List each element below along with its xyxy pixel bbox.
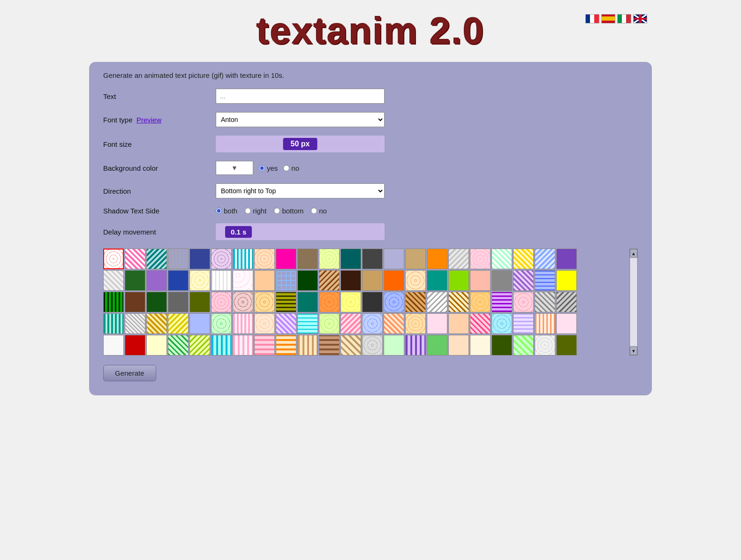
texture-cell[interactable] [535, 249, 555, 269]
texture-cell[interactable] [276, 335, 296, 356]
texture-cell[interactable] [189, 270, 210, 291]
texture-cell[interactable] [427, 292, 447, 312]
flag-italian[interactable] [617, 14, 631, 23]
texture-cell[interactable] [103, 292, 124, 312]
texture-cell[interactable] [146, 313, 167, 334]
texture-cell[interactable] [125, 335, 145, 356]
texture-cell[interactable] [211, 249, 232, 269]
texture-cell[interactable] [276, 292, 296, 312]
texture-cell[interactable] [405, 313, 426, 334]
texture-cell[interactable] [189, 335, 210, 356]
texture-cell[interactable] [254, 292, 275, 312]
texture-cell[interactable] [448, 335, 469, 356]
texture-cell[interactable] [491, 249, 512, 269]
shadow-both-label[interactable]: both [216, 207, 237, 215]
texture-cell[interactable] [189, 313, 210, 334]
texture-cell[interactable] [125, 249, 145, 269]
flag-spanish[interactable] [601, 14, 615, 23]
texture-cell[interactable] [276, 270, 296, 291]
texture-cell[interactable] [491, 270, 512, 291]
texture-cell[interactable] [556, 292, 577, 312]
texture-cell[interactable] [405, 249, 426, 269]
shadow-bottom-radio[interactable] [274, 208, 280, 214]
texture-cell[interactable] [384, 313, 404, 334]
texture-cell[interactable] [254, 335, 275, 356]
color-picker-button[interactable]: ▼ [216, 161, 253, 175]
texture-cell[interactable] [513, 292, 534, 312]
texture-cell[interactable] [297, 313, 318, 334]
texture-cell[interactable] [297, 270, 318, 291]
delay-slider[interactable]: 0.1 s [216, 223, 385, 240]
texture-cell[interactable] [448, 249, 469, 269]
texture-cell[interactable] [384, 292, 404, 312]
texture-cell[interactable] [513, 270, 534, 291]
shadow-both-radio[interactable] [216, 208, 222, 214]
shadow-bottom-label[interactable]: bottom [274, 207, 303, 215]
texture-cell[interactable] [276, 313, 296, 334]
texture-cell[interactable] [362, 313, 383, 334]
texture-cell[interactable] [103, 270, 124, 291]
texture-cell[interactable] [297, 292, 318, 312]
text-input[interactable] [216, 89, 385, 104]
texture-cell[interactable] [405, 270, 426, 291]
flag-french[interactable] [585, 14, 599, 23]
texture-cell[interactable] [189, 249, 210, 269]
texture-cell[interactable] [146, 335, 167, 356]
texture-cell[interactable] [340, 270, 361, 291]
texture-cell[interactable] [556, 270, 577, 291]
texture-cell[interactable] [319, 292, 340, 312]
scrollbar-down-button[interactable]: ▼ [630, 347, 637, 355]
texture-cell[interactable] [448, 313, 469, 334]
texture-cell[interactable] [276, 249, 296, 269]
texture-cell[interactable] [168, 313, 189, 334]
bgcolor-yes-label[interactable]: yes [259, 164, 278, 172]
texture-cell[interactable] [211, 313, 232, 334]
texture-cell[interactable] [427, 335, 447, 356]
bgcolor-yes-radio[interactable] [259, 165, 265, 171]
texture-cell[interactable] [254, 313, 275, 334]
texture-cell[interactable] [427, 249, 447, 269]
fontsize-slider[interactable]: 50 px [216, 136, 385, 152]
shadow-right-radio[interactable] [245, 208, 251, 214]
texture-cell[interactable] [168, 249, 189, 269]
generate-button[interactable]: Generate [103, 365, 156, 381]
texture-cell[interactable] [340, 313, 361, 334]
texture-cell[interactable] [448, 270, 469, 291]
texture-cell[interactable] [384, 335, 404, 356]
texture-cell[interactable] [535, 313, 555, 334]
texture-cell[interactable] [211, 292, 232, 312]
texture-cell[interactable] [405, 335, 426, 356]
texture-cell[interactable] [146, 292, 167, 312]
texture-cell[interactable] [340, 292, 361, 312]
flag-british[interactable] [633, 14, 647, 23]
texture-cell[interactable] [362, 270, 383, 291]
bgcolor-no-label[interactable]: no [283, 164, 299, 172]
texture-cell[interactable] [254, 249, 275, 269]
texture-cell[interactable] [103, 249, 124, 269]
texture-cell[interactable] [470, 313, 491, 334]
texture-cell[interactable] [125, 292, 145, 312]
shadow-right-label[interactable]: right [245, 207, 266, 215]
texture-cell[interactable] [319, 313, 340, 334]
texture-cell[interactable] [211, 270, 232, 291]
texture-cell[interactable] [168, 335, 189, 356]
texture-cell[interactable] [168, 292, 189, 312]
texture-cell[interactable] [491, 335, 512, 356]
preview-link[interactable]: Preview [136, 116, 161, 124]
texture-cell[interactable] [470, 249, 491, 269]
texture-cell[interactable] [146, 270, 167, 291]
texture-cell[interactable] [535, 335, 555, 356]
texture-cell[interactable] [211, 335, 232, 356]
texture-cell[interactable] [319, 335, 340, 356]
texture-cell[interactable] [491, 292, 512, 312]
texture-cell[interactable] [470, 270, 491, 291]
texture-cell[interactable] [513, 313, 534, 334]
texture-cell[interactable] [297, 249, 318, 269]
scrollbar-up-button[interactable]: ▲ [630, 249, 637, 257]
texture-cell[interactable] [556, 313, 577, 334]
texture-cell[interactable] [535, 270, 555, 291]
texture-cell[interactable] [470, 335, 491, 356]
texture-cell[interactable] [405, 292, 426, 312]
texture-cell[interactable] [233, 249, 253, 269]
texture-cell[interactable] [233, 292, 253, 312]
